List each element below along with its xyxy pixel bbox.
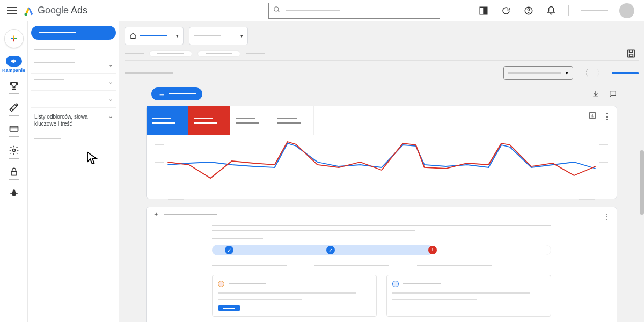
sparkle-icon (153, 211, 159, 218)
left-rail: Kampanie (0, 21, 28, 322)
tile-action-button[interactable] (218, 305, 240, 311)
account-name[interactable] (581, 10, 608, 11)
step-badge-done-2: ✓ (326, 246, 335, 254)
rail-campaigns[interactable]: Kampanie (0, 53, 27, 76)
logo[interactable]: Google Ads (24, 5, 87, 16)
warning-dot-icon (218, 281, 224, 287)
chevron-down-icon: ▾ (566, 70, 568, 76)
crumb-2[interactable] (246, 53, 265, 54)
chevron-down-icon: ▾ (240, 33, 243, 39)
recommendation-title (164, 214, 217, 215)
top-bar: Google Ads (0, 0, 644, 21)
metric-tab-3[interactable] (230, 106, 272, 135)
menu-icon[interactable] (5, 4, 18, 17)
rail-bug[interactable] (0, 185, 27, 204)
svg-point-18 (12, 189, 15, 192)
sidepanel-section-3[interactable]: ⌄ (31, 90, 116, 107)
recommendation-text (212, 225, 551, 239)
metric-tab-1[interactable] (147, 106, 188, 135)
metric-tabs (147, 106, 617, 135)
more-icon[interactable]: ⋮ (603, 213, 610, 221)
campaign-scope-picker[interactable]: ▾ (189, 27, 248, 45)
sidepanel-section-1[interactable]: ⌄ (31, 56, 116, 73)
svg-rect-13 (10, 126, 18, 131)
crumb-1[interactable] (125, 53, 144, 54)
metric-tab-4[interactable] (272, 106, 314, 135)
rail-billing[interactable] (0, 120, 27, 141)
feedback-icon[interactable] (609, 90, 617, 98)
crumb-pill-2[interactable] (197, 50, 240, 57)
save-icon[interactable] (626, 48, 636, 59)
svg-point-15 (12, 149, 15, 152)
top-icon-group (478, 3, 644, 18)
notifications-icon[interactable] (546, 5, 557, 16)
svg-rect-5 (484, 8, 487, 14)
date-prev-button[interactable]: 〈 (580, 68, 589, 78)
rail-security[interactable] (0, 163, 27, 184)
recommendation-tile-2[interactable] (386, 275, 551, 317)
sidepanel-item-last[interactable] (31, 138, 116, 139)
bug-icon (9, 188, 19, 199)
side-panel: ⌄ ⌄ ⌄ Listy odbiorców, słowa kluczowe i … (28, 21, 119, 322)
svg-point-12 (16, 104, 17, 105)
progress-labels (212, 265, 551, 266)
scope-row: ▾ ▾ (119, 21, 644, 50)
appearance-icon[interactable] (478, 5, 489, 16)
recommendation-tile-1[interactable] (212, 275, 377, 317)
search-icon (273, 6, 281, 15)
tools-icon (9, 102, 19, 113)
help-icon[interactable] (523, 5, 534, 16)
svg-point-1 (274, 7, 279, 11)
more-icon[interactable]: ⋮ (603, 112, 611, 122)
svg-point-0 (25, 13, 27, 16)
recommendation-card: ⋮ ✓ ✓ ! (146, 207, 617, 322)
metrics-chart-card: ⋮ (146, 106, 617, 199)
create-button[interactable] (0, 26, 27, 52)
chart-settings-icon[interactable] (589, 112, 596, 119)
subheader: ▾ 〈 〉 (119, 61, 644, 85)
main-content: ▾ ▾ ▾ 〈 〉 ＋ ⋮ (119, 21, 644, 322)
breadcrumb (119, 50, 644, 60)
home-icon (129, 32, 137, 40)
megaphone-icon (10, 57, 18, 65)
sidepanel-active-item[interactable] (31, 26, 116, 40)
rail-goals[interactable] (0, 77, 27, 98)
page-title (125, 72, 173, 74)
date-range-picker[interactable]: ▾ (503, 66, 573, 80)
chevron-down-icon: ⌄ (108, 79, 113, 85)
logo-text: Google Ads (38, 5, 87, 16)
search-input[interactable] (268, 3, 440, 19)
card-icon (9, 123, 19, 134)
add-button[interactable]: ＋ (151, 87, 202, 100)
recommendation-tiles (212, 275, 551, 317)
info-dot-icon (392, 281, 399, 287)
toolbar: ＋ (119, 85, 644, 106)
chevron-down-icon: ⌄ (108, 62, 113, 68)
date-next-button[interactable]: 〉 (596, 68, 605, 78)
sidepanel-item-1[interactable] (31, 44, 116, 56)
step-badge-error: ! (428, 246, 437, 254)
lock-icon (9, 166, 19, 177)
ads-logo-icon (24, 5, 34, 16)
rail-admin[interactable] (0, 142, 27, 162)
svg-rect-16 (11, 171, 17, 175)
crumb-pill-1[interactable] (149, 50, 192, 57)
line-chart (152, 141, 611, 194)
plus-icon: ＋ (158, 90, 166, 98)
svg-point-7 (528, 12, 529, 13)
account-scope-picker[interactable]: ▾ (125, 27, 184, 45)
sidepanel-section-audience[interactable]: Listy odbiorców, słowa kluczowe i treść⌄ (31, 107, 116, 133)
plus-icon (10, 34, 18, 43)
step-badge-done-1: ✓ (225, 246, 233, 254)
active-tab-indicator (612, 72, 639, 74)
chevron-down-icon: ▾ (176, 33, 179, 39)
rail-tools[interactable] (0, 99, 27, 119)
refresh-icon[interactable] (501, 5, 511, 16)
svg-rect-22 (630, 54, 633, 57)
scrollbar[interactable] (640, 150, 644, 215)
avatar[interactable] (619, 3, 634, 18)
sidepanel-section-2[interactable]: ⌄ (31, 73, 116, 90)
gear-icon (9, 145, 19, 156)
download-icon[interactable] (591, 90, 600, 98)
metric-tab-2[interactable] (188, 106, 230, 135)
